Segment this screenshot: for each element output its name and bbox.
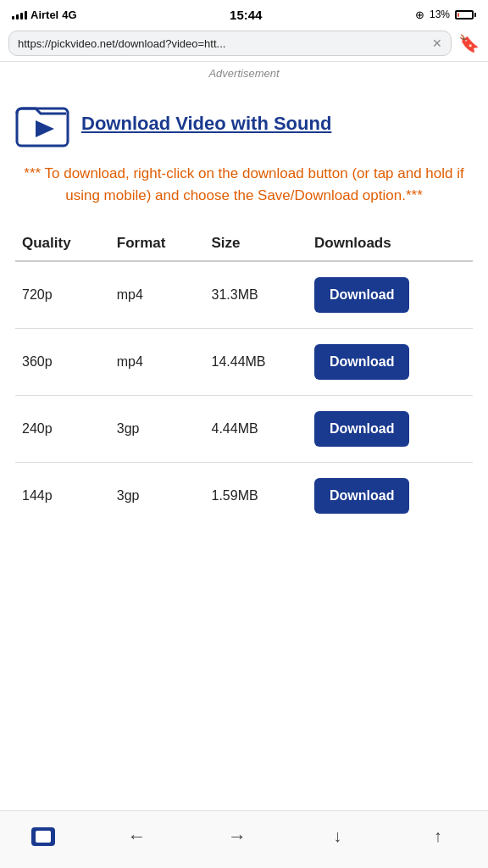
- download-button-144p[interactable]: Download: [314, 478, 409, 514]
- warning-text: *** To download, right-click on the down…: [15, 163, 473, 206]
- download-table: Quality Format Size Downloads 720pmp431.…: [15, 226, 473, 529]
- cell-quality: 144p: [15, 463, 110, 530]
- video-header: Download Video with Sound: [15, 97, 473, 151]
- carrier-name: Airtel: [30, 8, 58, 21]
- cell-download: Download: [308, 396, 473, 463]
- signal-bar-4: [25, 11, 27, 19]
- ad-banner: Advertisement: [0, 62, 488, 83]
- address-bar[interactable]: https://pickvideo.net/download?video=htt…: [8, 31, 452, 56]
- back-button[interactable]: ←: [119, 818, 156, 855]
- folder-video-icon: [15, 97, 69, 151]
- svg-marker-1: [36, 120, 54, 137]
- close-tab-icon[interactable]: ✕: [432, 36, 442, 50]
- ad-label: Advertisement: [208, 67, 279, 80]
- signal-bar-3: [20, 13, 23, 19]
- cell-download: Download: [308, 329, 473, 396]
- cell-quality: 360p: [15, 329, 110, 396]
- table-header-row: Quality Format Size Downloads: [15, 226, 473, 261]
- address-bar-container: https://pickvideo.net/download?video=htt…: [0, 27, 488, 62]
- signal-bar-1: [12, 16, 14, 19]
- forward-button[interactable]: →: [219, 818, 256, 855]
- status-time: 15:44: [230, 8, 262, 22]
- tabs-icon[interactable]: [31, 827, 55, 846]
- network-type: 4G: [62, 8, 76, 21]
- cell-size: 14.44MB: [205, 329, 308, 396]
- col-format: Format: [110, 226, 205, 261]
- cell-size: 4.44MB: [205, 396, 308, 463]
- cell-download: Download: [308, 261, 473, 329]
- table-row: 360pmp414.44MBDownload: [15, 329, 473, 396]
- main-content: Download Video with Sound *** To downloa…: [0, 83, 488, 810]
- cell-format: 3gp: [110, 463, 205, 530]
- cell-quality: 720p: [15, 261, 110, 329]
- col-quality: Quality: [15, 226, 110, 261]
- share-button[interactable]: ↑: [419, 818, 457, 855]
- cell-size: 1.59MB: [205, 463, 308, 530]
- download-button-720p[interactable]: Download: [314, 277, 409, 313]
- status-bar: Airtel 4G 15:44 ⊕ 13%: [0, 0, 488, 27]
- battery-percent: 13%: [430, 8, 450, 20]
- cell-download: Download: [308, 463, 473, 530]
- download-button-360p[interactable]: Download: [314, 344, 409, 380]
- col-downloads: Downloads: [308, 226, 473, 261]
- download-video-link[interactable]: Download Video with Sound: [81, 112, 331, 136]
- table-row: 240p3gp4.44MBDownload: [15, 396, 473, 463]
- status-indicators: ⊕ 13%: [415, 8, 476, 21]
- battery-icon: [455, 10, 476, 19]
- download-button-240p[interactable]: Download: [314, 411, 409, 447]
- cell-format: mp4: [110, 261, 205, 329]
- col-size: Size: [205, 226, 308, 261]
- cell-format: mp4: [110, 329, 205, 396]
- cell-size: 31.3MB: [205, 261, 308, 329]
- location-icon: ⊕: [415, 8, 424, 21]
- bookmark-icon[interactable]: 🔖: [458, 33, 480, 53]
- table-row: 144p3gp1.59MBDownload: [15, 463, 473, 530]
- carrier-info: Airtel 4G: [12, 8, 77, 21]
- cell-quality: 240p: [15, 396, 110, 463]
- signal-bar-2: [16, 14, 19, 19]
- table-row: 720pmp431.3MBDownload: [15, 261, 473, 329]
- signal-bars: [12, 9, 27, 19]
- bottom-nav: ← → ↓ ↑: [0, 810, 488, 868]
- cell-format: 3gp: [110, 396, 205, 463]
- url-text: https://pickvideo.net/download?video=htt…: [18, 37, 225, 50]
- download-nav-button[interactable]: ↓: [319, 818, 356, 855]
